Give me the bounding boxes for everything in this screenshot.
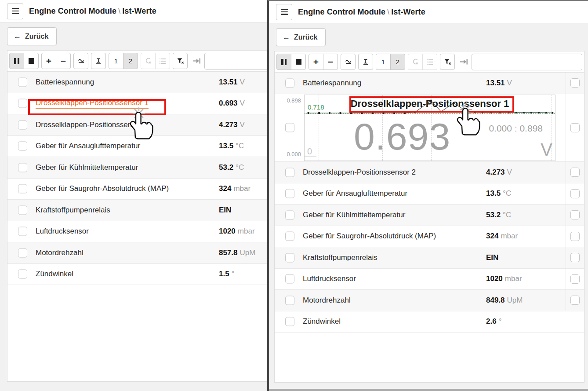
autoscale-button[interactable] [91,53,106,69]
autoscale-icon [362,58,369,66]
table-row[interactable]: Drosselklappen-Positionssensor 24.273V [275,162,584,183]
clear-graphs-icon [412,58,419,66]
row-checkbox[interactable] [285,123,294,132]
row-checkbox[interactable] [285,210,294,219]
table-row[interactable]: Zündwinkel1.5° [7,264,267,285]
remove-filter-button[interactable] [440,54,455,70]
graph-select-cell [566,162,584,183]
graph-checkbox[interactable] [570,189,580,198]
row-checkbox[interactable] [285,189,294,198]
table-row[interactable]: Geber für Kühlmitteltemperatur53.2°C [7,157,267,179]
table-row[interactable]: Geber für Kühlmitteltemperatur53.2°C [275,205,584,226]
graph-checkbox[interactable] [570,210,580,219]
chart-row[interactable]: 0.898 0.000 0.718 Drosselklappen-Positio… [275,94,584,162]
two-graphs-button[interactable]: 2 [123,53,138,69]
table-row[interactable]: Luftdrucksensor1020mbar [275,269,584,290]
back-button[interactable]: ←Zurück [7,27,57,45]
graph-list-icon [426,59,433,65]
table-row[interactable]: Geber für Saugrohr-Absolutdruck (MAP)324… [275,226,584,248]
goto-end-button[interactable] [190,53,203,69]
stop-button[interactable] [291,54,306,70]
graph-select-cell [566,269,584,290]
graph-checkbox[interactable] [570,296,580,305]
param-value: 324mbar [486,232,518,241]
param-name: Batteriespannung [303,79,361,88]
row-checkbox[interactable] [285,253,294,262]
row-checkbox[interactable] [285,296,294,305]
pause-button[interactable] [276,54,291,70]
graph-checkbox[interactable] [570,274,580,284]
table-row[interactable]: Batteriespannung13.51V [7,72,267,93]
graph-checkbox[interactable] [570,253,580,262]
graph-select-cell [566,94,584,162]
row-checkbox[interactable] [285,274,294,284]
app-header: Engine Control Module\Ist-Werte [269,1,588,23]
row-checkbox[interactable] [285,232,294,241]
one-graph-button[interactable]: 1 [376,54,391,70]
remove-filter-button[interactable] [173,53,188,69]
row-checkbox[interactable] [18,142,27,151]
row-checkbox[interactable] [18,248,27,257]
row-checkbox[interactable] [285,317,294,326]
table-row[interactable]: Luftdrucksensor1020mbar [7,221,267,243]
param-name: Zündwinkel [303,317,341,326]
param-name: Luftdrucksensor [303,274,356,283]
filter-input[interactable] [204,53,267,69]
graph-checkbox[interactable] [570,232,580,241]
param-value: 13.51V [219,78,245,87]
zoom-out-button[interactable]: − [56,53,71,69]
table-row[interactable]: Geber für Ansauglufttemperatur13.5°C [275,183,584,205]
param-name: Geber für Kühlmitteltemperatur [303,211,405,219]
zoom-out-button[interactable]: − [323,54,338,70]
zoom-in-button[interactable]: + [309,54,323,70]
curve-mode-button[interactable] [341,54,356,70]
row-checkbox[interactable] [285,78,294,88]
param-name: Geber für Saugrohr-Absolutdruck (MAP) [36,184,169,193]
table-row[interactable]: Motordrehzahl857.8UpM [7,242,267,264]
graph-checkbox[interactable] [570,123,580,132]
toolbar: + − 1 2 [275,51,584,73]
table-row[interactable]: KraftstoffpumpenrelaisEIN [7,200,267,221]
left-screenshot-panel: Engine Control Module\Ist-Werte ←Zurück … [0,0,267,391]
stop-icon [296,59,301,65]
filter-input[interactable] [472,54,582,70]
pause-button[interactable] [9,53,24,69]
graph-checkbox[interactable] [570,78,580,88]
one-graph-button[interactable]: 1 [109,53,123,69]
autoscale-button[interactable] [358,54,373,70]
graph-checkbox[interactable] [570,168,580,177]
table-row[interactable]: Zündwinkel2.6° [275,311,584,333]
row-checkbox[interactable] [18,227,27,236]
row-checkbox[interactable] [18,120,27,129]
param-name: Kraftstoffpumpenrelais [303,253,377,262]
row-checkbox[interactable] [18,270,27,279]
row-checkbox[interactable] [18,77,27,87]
menu-button[interactable] [7,3,23,19]
param-value: 4.273V [486,168,512,177]
screenshot-bottom-edge [269,389,588,391]
toolbar: + − 1 2 [7,51,267,72]
graph-select-cell [566,290,584,311]
param-name: Kraftstoffpumpenrelais [36,206,110,215]
table-row[interactable]: Batteriespannung13.51V [275,73,584,94]
table-row[interactable]: Geber für Saugrohr-Absolutdruck (MAP)324… [7,179,267,200]
graph-select-cell [566,226,584,247]
row-checkbox[interactable] [18,163,27,172]
param-name: Batteriespannung [36,78,94,87]
back-button[interactable]: ←Zurück [276,28,326,46]
goto-end-button[interactable] [457,54,470,70]
row-checkbox[interactable] [18,99,27,108]
curve-mode-button[interactable] [73,53,88,69]
table-row[interactable]: KraftstoffpumpenrelaisEIN [275,247,584,269]
stop-button[interactable] [24,53,39,69]
zoom-in-button[interactable]: + [41,53,56,69]
two-graphs-button[interactable]: 2 [390,54,405,70]
autoscale-icon [95,58,102,65]
table-row[interactable]: Motordrehzahl849.8UpM [275,290,584,311]
menu-button[interactable] [276,4,292,20]
row-checkbox[interactable] [18,184,27,194]
param-value: 13.51V [486,79,512,88]
right-screenshot-panel: Engine Control Module\Ist-Werte ←Zurück … [267,0,588,391]
row-checkbox[interactable] [285,168,294,177]
row-checkbox[interactable] [18,205,27,215]
